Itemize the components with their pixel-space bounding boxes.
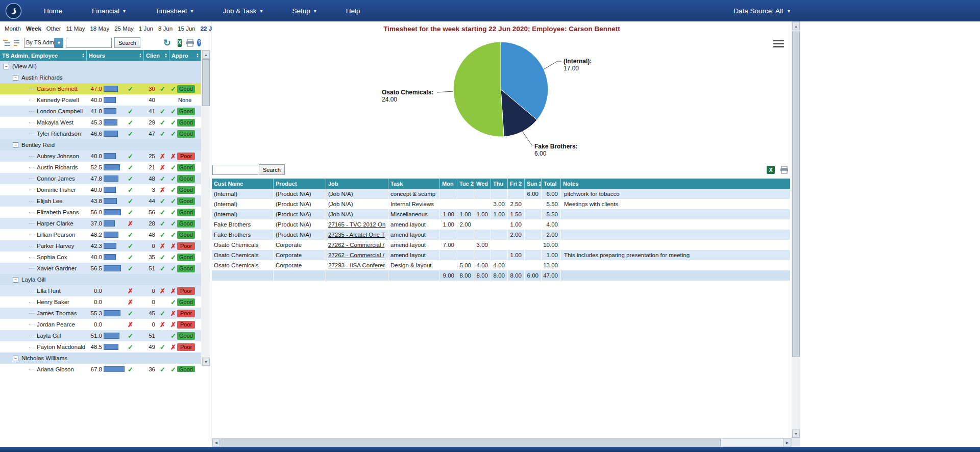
detail-row[interactable]: Osato ChemicalsCorporate27262 - Commerci…	[212, 240, 790, 250]
sort-icon[interactable]: ▲▼	[164, 53, 167, 58]
sort-icon[interactable]: ▲▼	[196, 53, 199, 58]
job-link[interactable]: 27165 - TVC 2012 On	[326, 219, 388, 230]
detail-row[interactable]: (Internal)(Product N/A)(Job N/A)concept …	[212, 189, 790, 199]
export-excel-icon[interactable]: X	[767, 166, 775, 174]
detail-search-button[interactable]: Search	[259, 164, 285, 175]
scroll-up-icon[interactable]: ▲	[792, 22, 800, 30]
scrollbar-thumb[interactable]	[792, 31, 800, 357]
period-tab-15-jun[interactable]: 15 Jun	[175, 26, 198, 32]
tree-row-makayla-west[interactable]: Makayla West45.3✓29✓✓Good	[0, 117, 201, 128]
nav-item-setup[interactable]: Setup▾	[277, 0, 331, 21]
period-tab-other[interactable]: Other	[44, 26, 64, 32]
period-tab-1-jun[interactable]: 1 Jun	[136, 26, 156, 32]
print-icon[interactable]	[780, 166, 789, 174]
period-tab-18-may[interactable]: 18 May	[87, 26, 112, 32]
detail-column-header-total[interactable]: Total	[541, 179, 560, 189]
detail-row[interactable]: Osato ChemicalsCorporate27262 - Commerci…	[212, 250, 790, 260]
scroll-down-icon[interactable]: ▼	[792, 430, 800, 438]
chevron-down-icon[interactable]: ▼	[55, 38, 63, 48]
detail-column-header-product[interactable]: Product	[273, 179, 326, 189]
tree-row-london-campbell[interactable]: London Campbell41.0✓41✓✓Good	[0, 106, 201, 117]
pie-slice-osato-chemicals[interactable]	[453, 42, 504, 137]
scroll-right-icon[interactable]: ▶	[783, 439, 791, 446]
detail-column-header-fri-2[interactable]: Fri 2	[507, 179, 524, 189]
nav-item-financial[interactable]: Financial▾	[77, 0, 140, 21]
period-tab-25-may[interactable]: 25 May	[112, 26, 136, 32]
tree-row-parker-harvey[interactable]: Parker Harvey42.3✓0✗✗Poor	[0, 240, 201, 252]
group-by-select[interactable]: By TS Adm ▼	[24, 38, 63, 48]
scroll-left-icon[interactable]: ◀	[212, 439, 220, 446]
tree-row-jordan-pearce[interactable]: Jordan Pearce0.0✗0✗✗Poor	[0, 319, 201, 330]
column-header-ts-admin-employee[interactable]: TS Admin, Employee▲▼	[0, 50, 87, 61]
detail-column-header-job[interactable]: Job	[326, 179, 388, 189]
job-link[interactable]: 27262 - Commercial /	[326, 250, 388, 260]
tree-row-lillian-pearson[interactable]: Lillian Pearson48.2✓48✓✓Good	[0, 229, 201, 240]
data-source-selector[interactable]: Data Source: All ▾	[733, 7, 790, 15]
employee-search-input[interactable]	[66, 38, 112, 48]
tree-row-kennedy-powell[interactable]: Kennedy Powell40.040None	[0, 94, 201, 106]
tree-row-james-thomas[interactable]: James Thomas55.3✓45✓✗Poor	[0, 308, 201, 319]
job-link[interactable]: 27235 - Alcatel One T	[326, 230, 388, 240]
tree-row-layla-gill[interactable]: Layla Gill51.0✓51✓Good	[0, 330, 201, 341]
tree-row-elijah-lee[interactable]: Elijah Lee43.8✓44✓✓Good	[0, 195, 201, 207]
tree-row-carson-bennett[interactable]: Carson Bennett47.0✓30✓✓Good	[0, 83, 201, 94]
employee-search-button[interactable]: Search	[114, 37, 140, 48]
column-header-hours[interactable]: Hours▲▼	[87, 50, 144, 61]
tree-row-payton-macdonald[interactable]: Payton Macdonald48.5✓49✓✗Poor	[0, 341, 201, 353]
tree-row-aubrey-johnson[interactable]: Aubrey Johnson40.0✓25✗✗Poor	[0, 150, 201, 162]
collapse-toggle-icon[interactable]: −	[4, 64, 9, 69]
detail-column-header-sun-2[interactable]: Sun 2	[524, 179, 541, 189]
tree-row-tyler-richardson[interactable]: Tyler Richardson46.6✓47✓✓Good	[0, 128, 201, 139]
detail-column-header-wed[interactable]: Wed	[474, 179, 491, 189]
period-tab-11-may[interactable]: 11 May	[64, 26, 88, 32]
scroll-up-icon[interactable]: ▲	[202, 51, 210, 59]
nav-item-timesheet[interactable]: Timesheet▾	[140, 0, 208, 21]
tree-row-dominic-fisher[interactable]: Dominic Fisher40.0✓3✗✓Good	[0, 184, 201, 195]
tree-row-henry-baker[interactable]: Henry Baker0.0✗0✓Good	[0, 296, 201, 308]
tree-group-bentley-reid[interactable]: −Bentley Reid	[0, 139, 201, 150]
tree-row-harper-clarke[interactable]: Harper Clarke37.0✗28✓✓Good	[0, 218, 201, 229]
sort-icon[interactable]: ▲▼	[139, 53, 142, 58]
nav-item-home[interactable]: Home	[29, 0, 77, 21]
job-link[interactable]: 27293 - IISA Conferer	[326, 260, 388, 270]
detail-column-header-thu[interactable]: Thu	[491, 179, 507, 189]
detail-column-header-cust-name[interactable]: Cust Name	[212, 179, 273, 189]
employee-list-scrollbar[interactable]: ▲ ▼	[202, 50, 210, 366]
detail-row[interactable]: (Internal)(Product N/A)(Job N/A)Internal…	[212, 199, 790, 209]
detail-row[interactable]: (Internal)(Product N/A)(Job N/A)Miscella…	[212, 209, 790, 219]
tree-row-austin-richards[interactable]: Austin Richards52.5✓21✗✓Good	[0, 162, 201, 173]
collapse-all-icon[interactable]	[3, 39, 11, 47]
tree-group-austin-richards[interactable]: −Austin Richards	[0, 72, 201, 83]
nav-item-help[interactable]: Help	[331, 0, 375, 21]
job-link[interactable]: 27262 - Commercial /	[326, 240, 388, 250]
detail-column-header-task[interactable]: Task	[388, 179, 439, 189]
column-header-clien[interactable]: Clien▲▼	[144, 50, 169, 61]
tree-group-nicholas-williams[interactable]: −Nicholas Williams	[0, 353, 201, 364]
export-excel-icon[interactable]: X	[178, 39, 182, 47]
collapse-toggle-icon[interactable]: −	[13, 75, 18, 81]
detail-row[interactable]: Osato ChemicalsCorporate27293 - IISA Con…	[212, 260, 790, 270]
detail-search-input[interactable]	[212, 165, 258, 175]
collapse-toggle-icon[interactable]: −	[13, 277, 18, 283]
print-icon[interactable]	[186, 39, 194, 47]
detail-column-header-mon[interactable]: Mon	[439, 179, 457, 189]
tree-row-sophia-cox[interactable]: Sophia Cox40.0✓35✓✓Good	[0, 252, 201, 263]
tree-row-elizabeth-evans[interactable]: Elizabeth Evans56.0✓56✓✓Good	[0, 207, 201, 218]
tree-group-layla-gill[interactable]: −Layla Gill	[0, 274, 201, 285]
hamburger-menu-icon[interactable]	[773, 40, 784, 47]
tree-row-connor-james[interactable]: Connor James47.8✓48✓✓Good	[0, 173, 201, 184]
tree-row-ella-hunt[interactable]: Ella Hunt0.0✗0✗✗Poor	[0, 285, 201, 296]
tree-row-ariana-gibson[interactable]: Ariana Gibson67.8✓36✓✓Good	[0, 364, 201, 372]
detail-row[interactable]: Fake Brothers(Product N/A)27165 - TVC 20…	[212, 219, 790, 230]
detail-horizontal-scrollbar[interactable]: ◀ ▶	[212, 438, 792, 447]
period-tab-month[interactable]: Month	[2, 26, 23, 32]
refresh-icon[interactable]: ↻	[163, 39, 171, 47]
scroll-down-icon[interactable]: ▼	[202, 358, 210, 366]
period-tab-week[interactable]: Week	[23, 26, 44, 32]
expand-all-icon[interactable]	[13, 39, 21, 47]
column-header-appro[interactable]: Appro▲▼	[169, 50, 201, 61]
detail-vertical-scrollbar[interactable]: ▲ ▼	[792, 21, 800, 438]
tree-row-view-all[interactable]: −(View All)	[0, 61, 201, 72]
collapse-toggle-icon[interactable]: −	[13, 356, 18, 361]
detail-column-header-notes[interactable]: Notes	[560, 179, 790, 189]
